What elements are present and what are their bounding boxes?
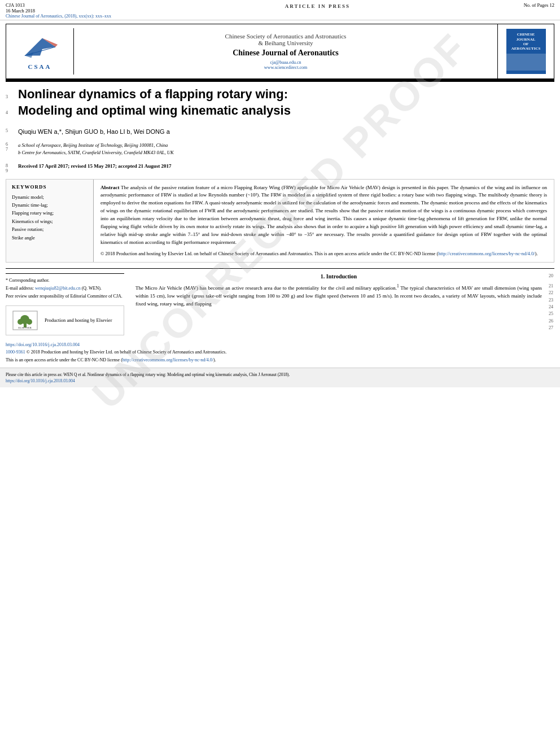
- black-bar: [6, 79, 554, 82]
- journal-id-block: CJA 1013 16 March 2018 Chinese Journal o…: [6, 2, 111, 19]
- intro-header-row: 1. Introduction 20: [135, 273, 554, 283]
- line-num-3: 3: [6, 94, 18, 110]
- cc-link-bottom[interactable]: http://creativecommons.org/licenses/by-n…: [123, 357, 213, 362]
- elsevier-logo-block: ELSEVIER: [11, 311, 39, 330]
- abstract-container: UNCORRECTED PROOF KEYWORDS Dynamic model…: [6, 179, 554, 263]
- affil-a: a School of Aerospace, Beijing Institute…: [18, 142, 174, 149]
- line-nums-title: 3 4: [6, 86, 18, 126]
- line-nums-received: 8 9: [6, 163, 18, 173]
- csaa-plane-icon: [20, 33, 60, 61]
- doi-link-line[interactable]: https://doi.org/10.1016/j.cja.2018.03.00…: [6, 341, 554, 349]
- left-column: * Corresponding author. E-mail address: …: [6, 273, 124, 335]
- line-num-5-block: 5: [6, 128, 18, 139]
- abstract-section: KEYWORDS Dynamic model; Dynamic time-lag…: [6, 179, 554, 263]
- two-col-bottom: * Corresponding author. E-mail address: …: [0, 273, 560, 335]
- right-line-nums: 21 22 23 24 25 26 27: [542, 283, 554, 332]
- peer-review-text: Peer review under responsibility of Edit…: [6, 293, 124, 300]
- cover-title: CHINESE JOURNAL OF AERONAUTICS: [511, 32, 541, 51]
- received-line: Received 17 April 2017; revised 15 May 2…: [18, 163, 172, 171]
- bottom-links: https://doi.org/10.1016/j.cja.2018.03.00…: [6, 341, 554, 364]
- journal-website[interactable]: www.sciencedirect.com: [85, 65, 486, 70]
- citation-doi-link[interactable]: https://doi.org/10.1016/j.cja.2018.03.00…: [6, 378, 75, 383]
- authors: Qiuqiu WEN a,*, Shijun GUO b, Hao LI b, …: [18, 128, 170, 135]
- citation-text: Please cite this article in press as: WE…: [6, 372, 554, 378]
- line-num-20: 20: [542, 273, 554, 278]
- abstract-body: The analysis of the passive rotation fea…: [100, 185, 547, 246]
- full-page: CJA 1013 16 March 2018 Chinese Journal o…: [0, 0, 560, 387]
- kw-item-5: Passive rotation;: [12, 225, 88, 233]
- intro-title: 1. Introduction: [321, 273, 357, 279]
- publish-date: 16 March 2018: [6, 8, 111, 14]
- abstract-copyright: © 2018 Production and hosting by Elsevie…: [100, 250, 547, 257]
- rln-21: 21: [542, 283, 553, 290]
- elsevier-box: ELSEVIER Production and hosting by Elsev…: [6, 305, 124, 335]
- rln-24: 24: [542, 304, 553, 311]
- org-name-line2: & Beihang University: [85, 40, 486, 46]
- rln-26: 26: [542, 318, 553, 325]
- kw-item-3: Flapping rotary wing;: [12, 209, 88, 217]
- line-nums-affil: 6 7: [6, 142, 18, 160]
- article-title: Nonlinear dynamics of a flapping rotary …: [18, 86, 554, 119]
- svg-text:ELSEVIER: ELSEVIER: [18, 326, 32, 329]
- doi-link[interactable]: https://doi.org/10.1016/j.cja.2018.03.00…: [6, 342, 80, 347]
- section-divider: [6, 268, 554, 269]
- open-access-line: This is an open access article under the…: [6, 356, 554, 364]
- journal-info-center: Chinese Society of Aeronautics and Astro…: [74, 27, 497, 76]
- line-num-6: 6: [6, 142, 18, 147]
- intro-text-block: The Micro Air Vehicle (MAV) has become a…: [135, 283, 554, 332]
- email-line: E-mail address: wenqiuqiu82@bit.edu.cn (…: [6, 285, 124, 292]
- journal-email: cja@buaa.edu.cn: [85, 60, 486, 65]
- rln-27: 27: [542, 325, 553, 331]
- intro-body: The Micro Air Vehicle (MAV) has become a…: [135, 283, 542, 332]
- journal-cover-image: CHINESE JOURNAL OF AERONAUTICS: [506, 29, 546, 74]
- citation-footer: Please cite this article in press as: WE…: [0, 368, 560, 388]
- affil-b: b Centre for Aeronautics, SATM, Cranfiel…: [18, 149, 174, 156]
- line-num-4: 4: [6, 110, 18, 126]
- svg-marker-0: [24, 38, 55, 55]
- rln-25: 25: [542, 311, 553, 317]
- csaa-text: CSAA: [28, 63, 52, 70]
- elsevier-logo-icon: ELSEVIER: [12, 311, 38, 330]
- kw-item-4: Kinematics of wings;: [12, 217, 88, 225]
- line-num-9: 9: [6, 168, 18, 173]
- footnote-block: * Corresponding author. E-mail address: …: [6, 273, 124, 300]
- author-email-link[interactable]: wenqiuqiu82@bit.edu.cn: [35, 286, 81, 291]
- pages-label: No. of Pages 12: [524, 2, 554, 19]
- kw-item-2: Dynamic time-lag;: [12, 201, 88, 209]
- cc-license-link[interactable]: http://creativecommons.org/licenses/by-n…: [438, 251, 535, 256]
- top-bar: CJA 1013 16 March 2018 Chinese Journal o…: [0, 0, 560, 20]
- corresponding-author: * Corresponding author.: [6, 277, 124, 284]
- citation-doi-line[interactable]: https://doi.org/10.1016/j.cja.2018.03.00…: [6, 378, 554, 384]
- journal-citation-link[interactable]: Chinese Journal of Aeronautics, (2018), …: [6, 14, 111, 19]
- journal-header: CSAA Chinese Society of Aeronautics and …: [6, 24, 554, 79]
- abstract-label: Abstract: [100, 185, 120, 190]
- svg-point-7: [18, 319, 23, 325]
- intro-section-title: 1. Introduction: [135, 273, 542, 279]
- abstract-column: Abstract The analysis of the passive rot…: [94, 180, 554, 262]
- keywords-column: KEYWORDS Dynamic model; Dynamic time-lag…: [6, 180, 94, 262]
- line-num-5: 5: [6, 128, 18, 133]
- rln-23: 23: [542, 297, 553, 304]
- svg-point-8: [27, 319, 32, 325]
- issn-rights-line: 1000-9361 © 2018 Production and hosting …: [6, 348, 554, 356]
- rln-22: 22: [542, 290, 553, 296]
- journal-id: CJA 1013: [6, 2, 111, 8]
- keywords-title: KEYWORDS: [12, 184, 88, 190]
- kw-item-6: Strike angle: [12, 234, 88, 242]
- journal-name: Chinese Journal of Aeronautics: [85, 49, 486, 58]
- abstract-text: Abstract The analysis of the passive rot…: [100, 184, 547, 247]
- elsevier-text: Production and hosting by Elsevier: [45, 317, 112, 323]
- affiliations: a School of Aerospace, Beijing Institute…: [18, 142, 174, 156]
- line-num-8: 8: [6, 163, 18, 168]
- journal-cover-block: CHINESE JOURNAL OF AERONAUTICS: [497, 24, 554, 78]
- csaa-logo-block: CSAA: [6, 28, 74, 75]
- right-column: 1. Introduction 20 The Micro Air Vehicle…: [135, 273, 554, 335]
- two-column-section: * Corresponding author. E-mail address: …: [6, 273, 554, 335]
- article-in-press-label: ARTICLE IN PRESS: [285, 2, 350, 19]
- line-num-7: 7: [6, 147, 18, 152]
- kw-item-1: Dynamic model;: [12, 193, 88, 201]
- org-name-line1: Chinese Society of Aeronautics and Astro…: [85, 33, 486, 40]
